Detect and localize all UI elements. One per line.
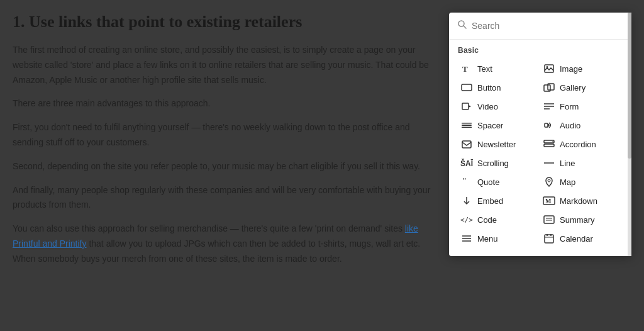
paragraph-3: First, you don't need to fulfil anything… <box>13 120 436 150</box>
svg-rect-19 <box>544 144 554 147</box>
panel-item-label: Calendar <box>560 234 593 244</box>
svg-text:</>: </> <box>460 216 473 224</box>
panel-item-video[interactable]: Video <box>458 98 540 115</box>
accordion-icon <box>543 139 555 149</box>
panel-item-label: Line <box>560 159 575 168</box>
svg-marker-9 <box>469 105 471 108</box>
summary-icon <box>543 215 555 225</box>
article-body: The first method of creating an online s… <box>13 43 436 267</box>
paragraph-4: Second, depending on the site you refer … <box>13 159 436 174</box>
panel-item-label: Button <box>477 83 501 93</box>
panel-item-image[interactable]: Image <box>540 60 623 77</box>
panel-item-label: Map <box>560 177 575 187</box>
inline-link[interactable]: like Printful and Printify <box>13 223 418 249</box>
image-icon <box>543 64 555 74</box>
main-container: 1. Use links that point to existing reta… <box>13 13 631 276</box>
svg-text:ŠAĪ: ŠAĪ <box>460 159 473 167</box>
panel-item-label: Spacer <box>477 121 503 130</box>
panel-item-label: Text <box>477 64 492 74</box>
svg-rect-5 <box>462 84 472 91</box>
panel-item-gallery[interactable]: Gallery <box>540 79 623 96</box>
svg-rect-15 <box>462 127 472 128</box>
panel-item-label: Newsletter <box>477 140 516 149</box>
paragraph-2: There are three main advantages to this … <box>13 96 436 111</box>
svg-rect-14 <box>462 123 472 124</box>
panel-item-line[interactable]: Line <box>540 154 623 172</box>
panel-item-summary[interactable]: Summary <box>540 211 623 228</box>
panel: Basic TTextImageButtonGalleryVideoFormSp… <box>449 13 631 256</box>
panel-item-label: Markdown <box>560 196 597 206</box>
svg-rect-8 <box>462 103 469 109</box>
panel-item-label: Quote <box>477 177 499 187</box>
panel-item-button[interactable]: Button <box>458 79 540 96</box>
svg-rect-13 <box>462 125 472 126</box>
video-icon <box>460 101 473 111</box>
search-icon <box>458 20 467 31</box>
panel-item-label: Code <box>477 215 497 225</box>
panel-item-audio[interactable]: Audio <box>540 116 623 134</box>
svg-rect-35 <box>545 235 553 243</box>
line-icon <box>543 158 555 168</box>
svg-rect-29 <box>544 216 554 223</box>
panel-item-calendar[interactable]: Calendar <box>540 230 623 247</box>
svg-rect-16 <box>545 123 548 127</box>
paragraph-1: The first method of creating an online s… <box>13 43 436 87</box>
panel-content: Basic TTextImageButtonGalleryVideoFormSp… <box>449 40 631 256</box>
calendar-icon <box>543 233 555 244</box>
panel-item-menu[interactable]: Menu <box>458 230 540 247</box>
scrolling-icon: ŠAĪ <box>460 158 473 168</box>
panel-item-embed[interactable]: Embed <box>458 192 540 210</box>
panel-item-label: Audio <box>560 121 580 130</box>
panel-item-label: Embed <box>477 196 503 206</box>
audio-icon <box>543 120 555 130</box>
button-icon <box>460 82 473 93</box>
panel-item-label: Menu <box>477 234 498 244</box>
panel-item-markdown[interactable]: MMarkdown <box>540 192 623 210</box>
scrollbar-track[interactable] <box>628 13 631 256</box>
panel-item-map[interactable]: Map <box>540 173 623 191</box>
map-icon <box>543 177 555 187</box>
items-grid: TTextImageButtonGalleryVideoFormSpacerAu… <box>458 60 623 247</box>
scrollbar-thumb[interactable] <box>628 13 631 159</box>
panel-item-quote[interactable]: "Quote <box>458 173 540 191</box>
svg-text:M: M <box>545 198 552 205</box>
code-icon: </> <box>460 215 473 225</box>
svg-rect-17 <box>462 141 471 148</box>
panel-item-spacer[interactable]: Spacer <box>458 116 540 134</box>
panel-item-label: Gallery <box>560 83 586 93</box>
svg-text:": " <box>462 178 467 186</box>
section-label: Basic <box>458 46 623 55</box>
svg-point-4 <box>547 66 548 68</box>
panel-item-newsletter[interactable]: Newsletter <box>458 135 540 153</box>
newsletter-icon <box>460 139 473 149</box>
form-icon <box>543 101 555 111</box>
article-area: 1. Use links that point to existing reta… <box>13 13 436 276</box>
embed-icon <box>460 196 473 206</box>
svg-text:T: T <box>462 64 468 74</box>
spacer-icon <box>460 120 473 130</box>
paragraph-6: You can also use this approach for selli… <box>13 222 436 266</box>
gallery-icon <box>543 82 555 93</box>
quote-icon: " <box>460 177 473 187</box>
search-bar[interactable] <box>449 13 631 40</box>
menu-icon <box>460 233 473 244</box>
panel-item-label: Summary <box>560 215 595 225</box>
panel-item-label: Image <box>560 64 582 74</box>
search-input[interactable] <box>472 21 623 31</box>
panel-item-label: Accordion <box>560 140 596 149</box>
panel-item-code[interactable]: </>Code <box>458 211 540 228</box>
svg-point-24 <box>548 179 550 182</box>
panel-item-scrolling[interactable]: ŠAĪScrolling <box>458 154 540 172</box>
panel-wrapper: Basic TTextImageButtonGalleryVideoFormSp… <box>449 13 631 256</box>
text-icon: T <box>460 64 473 74</box>
paragraph-5: And finally, many people shop regularly … <box>13 183 436 213</box>
panel-item-accordion[interactable]: Accordion <box>540 135 623 153</box>
panel-item-label: Scrolling <box>477 159 509 168</box>
panel-item-label: Form <box>560 102 579 111</box>
article-title: 1. Use links that point to existing reta… <box>13 13 436 31</box>
panel-item-form[interactable]: Form <box>540 98 623 115</box>
panel-item-label: Video <box>477 102 498 111</box>
markdown-icon: M <box>543 196 555 206</box>
panel-item-text[interactable]: TText <box>458 60 540 77</box>
svg-line-1 <box>464 26 466 28</box>
